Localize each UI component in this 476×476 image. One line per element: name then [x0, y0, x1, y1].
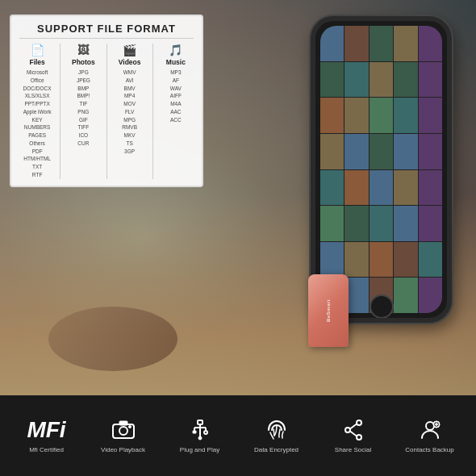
svg-point-3 [128, 426, 131, 428]
plug-label: Plug and Play [180, 446, 219, 454]
feature-share: Share Social [315, 417, 391, 454]
music-label: Music [166, 58, 186, 66]
fingerprint-icon [266, 417, 287, 443]
svg-rect-2 [119, 421, 127, 425]
photo-thumb [394, 206, 417, 241]
files-column: 📄 Files Microsoft OfficeDOC/DOCXXLS/XLSX… [19, 44, 55, 179]
mfi-text: MFi [27, 419, 65, 441]
share-label: Share Social [335, 446, 371, 454]
svg-point-12 [198, 436, 202, 440]
photos-column: 🖼 Photos JPGJPEGBMPBMP!TIFPNGGIFTIFFICOC… [65, 44, 101, 179]
svg-point-15 [357, 435, 361, 440]
photo-thumb [320, 170, 344, 206]
svg-point-18 [426, 422, 434, 430]
photo-thumb [320, 98, 344, 133]
music-column: 🎵 Music MP3AFWAVAIFFM4AAACACC [158, 44, 194, 179]
photo-thumb [344, 170, 368, 206]
photo-thumb [419, 62, 442, 98]
svg-rect-9 [193, 431, 196, 433]
photo-thumb [394, 170, 417, 206]
wrist-decoration [48, 307, 177, 371]
files-icon: 📄 [31, 44, 44, 56]
camera-svg [112, 420, 135, 440]
photo-thumb [320, 206, 344, 241]
photo-thumb [419, 26, 442, 61]
photo-thumb [320, 26, 344, 61]
mfi-label: Mfi Certified [29, 446, 64, 454]
usb-brand-text: BeSmart [326, 299, 331, 322]
videos-label: Videos [119, 58, 141, 66]
photo-thumb [344, 134, 368, 169]
photo-thumb [419, 278, 442, 313]
photo-thumb [394, 278, 417, 313]
mfi-icon: MFi [27, 417, 65, 443]
usb-drive: BeSmart [308, 274, 349, 347]
support-title: SUPPORT FILE FORMAT [19, 23, 194, 39]
photo-thumb [419, 98, 442, 133]
feature-contacts: Contacts Backup [391, 417, 468, 454]
feature-mfi: MFi Mfi Certified [8, 417, 85, 454]
videos-header: 🎬 Videos [112, 44, 148, 66]
videos-items: WMVAVIBMVMP4MOVFLVMPGRMVBMKVTS3GP [112, 69, 148, 155]
videos-column: 🎬 Videos WMVAVIBMVMP4MOVFLVMPGRMVBMKVTS3… [112, 44, 148, 179]
photo-thumb [419, 170, 442, 206]
divider-3 [152, 44, 153, 179]
photo-thumb [320, 134, 344, 169]
photo-thumb [394, 134, 417, 169]
contacts-label: Contacts Backup [405, 446, 453, 454]
photo-thumb [320, 242, 344, 278]
photo-thumb [370, 62, 393, 98]
svg-point-13 [357, 420, 361, 425]
photo-thumb [370, 134, 393, 169]
divider-2 [106, 44, 107, 179]
photo-thumb [370, 26, 393, 61]
photo-thumb [394, 98, 417, 133]
fingerprint-svg [266, 420, 287, 441]
usb-svg [190, 420, 211, 441]
video-label: Video Playback [101, 446, 145, 454]
camera-icon [112, 417, 135, 443]
support-columns: 📄 Files Microsoft OfficeDOC/DOCXXLS/XLSX… [19, 44, 194, 179]
files-header: 📄 Files [19, 44, 55, 66]
photo-thumb [344, 62, 368, 98]
photo-thumb [370, 98, 393, 133]
share-icon [343, 417, 364, 443]
divider-1 [60, 44, 61, 179]
music-header: 🎵 Music [158, 44, 194, 66]
photos-items: JPGJPEGBMPBMP!TIFPNGGIFTIFFICOCUR [65, 69, 101, 148]
feature-data: Data Encrypted [238, 417, 315, 454]
svg-rect-4 [198, 420, 203, 424]
feature-video: Video Playback [85, 417, 161, 454]
music-icon: 🎵 [169, 44, 182, 56]
photo-thumb [394, 242, 417, 278]
files-items: Microsoft OfficeDOC/DOCXXLS/XLSXPPT/PPTX… [19, 69, 55, 179]
photo-thumb [344, 98, 368, 133]
contacts-icon [420, 417, 441, 443]
photo-thumb [370, 206, 393, 241]
svg-point-14 [345, 428, 350, 432]
svg-line-17 [350, 432, 357, 436]
photo-thumb [370, 170, 393, 206]
phone-home-button [370, 294, 394, 319]
main-container: SUPPORT FILE FORMAT 📄 Files Microsoft Of… [0, 0, 476, 476]
photo-thumb [370, 242, 393, 278]
photos-label: Photos [72, 58, 95, 66]
feature-bar: MFi Mfi Certified Video Playback [0, 395, 476, 476]
usb-icon [190, 417, 211, 443]
photos-icon: 🖼 [77, 44, 89, 56]
videos-icon: 🎬 [123, 44, 136, 56]
phone-screen-grid [320, 26, 442, 313]
photo-thumb [419, 206, 442, 241]
image-area: SUPPORT FILE FORMAT 📄 Files Microsoft Of… [0, 0, 476, 395]
photo-thumb [344, 206, 368, 241]
photos-header: 🖼 Photos [65, 44, 101, 66]
svg-line-16 [350, 424, 357, 429]
phone-screen [320, 26, 442, 313]
support-format-box: SUPPORT FILE FORMAT 📄 Files Microsoft Of… [10, 15, 203, 187]
share-svg [343, 420, 364, 441]
feature-plug: Plug and Play [161, 417, 238, 454]
photo-thumb [344, 26, 368, 61]
photo-thumb [394, 62, 417, 98]
files-label: Files [29, 58, 44, 66]
svg-point-1 [119, 427, 127, 435]
